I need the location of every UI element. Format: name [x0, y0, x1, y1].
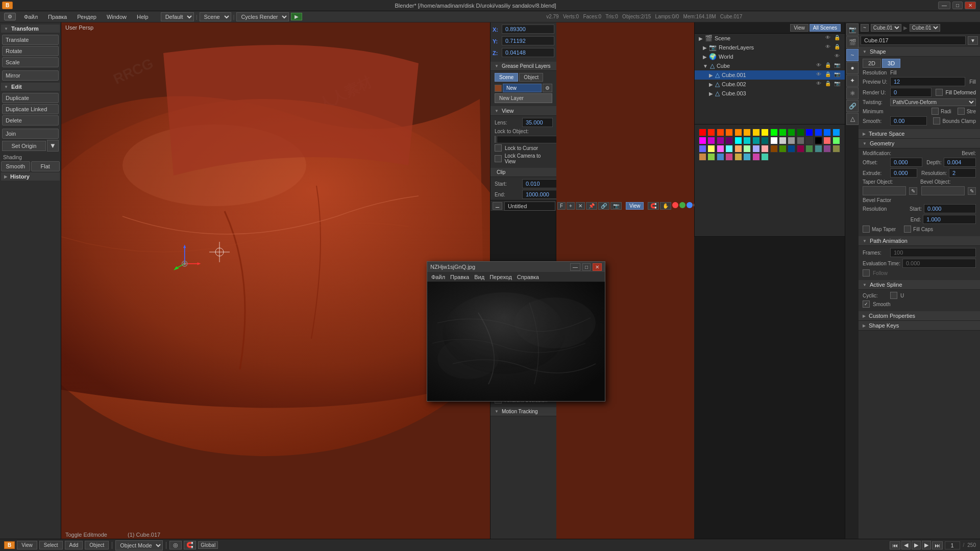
render-u-input[interactable]: [890, 88, 932, 97]
color-cell[interactable]: [717, 129, 724, 136]
color-cell[interactable]: [707, 137, 715, 144]
grease-pencil-section[interactable]: ▼ Grease Pencil Layers: [491, 62, 556, 71]
color-cell[interactable]: [805, 137, 813, 144]
custom-properties-section[interactable]: ▶ Custom Properties: [859, 311, 980, 321]
outliner-world-item[interactable]: ▶ 🌍 World 👁: [695, 52, 845, 61]
blender-logo[interactable]: B: [2, 2, 13, 9]
smooth-button[interactable]: Smooth: [1, 161, 30, 171]
gp-settings[interactable]: ⚙: [543, 84, 552, 92]
depth-input[interactable]: [944, 158, 976, 167]
scene-props-tab[interactable]: 🎬: [846, 36, 859, 48]
lock-obj-input[interactable]: [497, 136, 556, 143]
blender-icon[interactable]: ⚙: [4, 13, 16, 20]
menu-help[interactable]: Help: [135, 13, 151, 21]
color-dot-blue[interactable]: [687, 202, 693, 208]
geo-resolution-input[interactable]: [949, 168, 976, 178]
color-cell[interactable]: [743, 153, 751, 161]
color-cell[interactable]: [832, 129, 840, 136]
delete-button[interactable]: Delete: [2, 115, 59, 126]
data-props-tab[interactable]: ~: [846, 49, 859, 61]
color-cell[interactable]: [823, 145, 831, 153]
twisting-select[interactable]: Path/Curve-Deform: [890, 98, 976, 106]
render-button[interactable]: ▶: [291, 13, 302, 20]
obj-name-select[interactable]: Cube.01: [871, 24, 901, 32]
float-nav[interactable]: Переход: [489, 274, 512, 280]
smooth-spline-checkbox[interactable]: [863, 300, 870, 308]
outliner-cube001-item[interactable]: ▶ △ Cube.001 👁 🔒 📷: [695, 70, 845, 80]
transform-section[interactable]: ▼ Transform: [1, 24, 60, 33]
y-coord-input[interactable]: [502, 36, 554, 45]
color-cell[interactable]: [779, 145, 787, 153]
color-cell[interactable]: [743, 137, 751, 144]
color-dot-red[interactable]: [672, 202, 678, 208]
set-origin-arrow[interactable]: ▼: [47, 140, 59, 152]
lock-icon-cube[interactable]: 🔒: [824, 62, 831, 69]
color-cell[interactable]: [734, 129, 742, 136]
node-btn-1[interactable]: F: [557, 202, 566, 210]
eye-icon-scene[interactable]: 👁: [824, 35, 831, 42]
node-cam[interactable]: 📷: [610, 202, 622, 210]
bounds-clamp-checkbox[interactable]: [933, 117, 940, 124]
color-cell[interactable]: [815, 137, 822, 144]
play-btn[interactable]: ▶: [912, 541, 921, 549]
lock-icon-cube001[interactable]: 🔒: [824, 71, 831, 79]
new-layer-button[interactable]: New Layer: [495, 93, 552, 103]
screen-select[interactable]: Default: [161, 12, 194, 21]
pivot-btn[interactable]: ◎: [169, 541, 182, 549]
view-btn[interactable]: View: [626, 202, 644, 210]
eye-icon-cube001[interactable]: 👁: [815, 71, 822, 79]
minimize-button[interactable]: —: [938, 2, 950, 9]
color-cell[interactable]: [805, 129, 813, 136]
outliner-cube003-item[interactable]: ▶ △ Cube.003: [695, 89, 845, 98]
material-props-tab[interactable]: ●: [846, 62, 859, 74]
color-cell[interactable]: [805, 145, 813, 153]
color-dot-green[interactable]: [679, 202, 685, 208]
color-cell[interactable]: [734, 137, 742, 144]
color-cell[interactable]: [752, 153, 760, 161]
color-cell[interactable]: [707, 145, 715, 153]
view-button[interactable]: View: [17, 541, 37, 549]
data-name-select[interactable]: Cube.01: [910, 24, 940, 32]
color-cell[interactable]: [823, 129, 831, 136]
jump-start-btn[interactable]: ⏮: [890, 541, 900, 549]
set-origin-button[interactable]: Set Origin: [2, 141, 46, 151]
snap-btn[interactable]: 🧲: [184, 541, 196, 549]
color-cell[interactable]: [788, 145, 795, 153]
outliner-cube002-item[interactable]: ▶ △ Cube.002 👁 🔒 📷: [695, 80, 845, 89]
color-cell[interactable]: [788, 129, 795, 136]
color-cell[interactable]: [699, 137, 706, 144]
color-cell[interactable]: [815, 129, 822, 136]
jump-end-btn[interactable]: ⏭: [932, 541, 943, 549]
scale-button[interactable]: Scale: [2, 57, 59, 67]
bevel-obj-edit[interactable]: ✎: [968, 187, 976, 195]
color-cell[interactable]: [770, 137, 778, 144]
layer-color[interactable]: [495, 85, 502, 92]
next-frame-btn[interactable]: ▶: [922, 541, 931, 549]
float-title-bar[interactable]: NZHjw1sjGnQ.jpg — □ ✕: [427, 262, 605, 272]
node-type-icon[interactable]: ⚊: [493, 202, 502, 210]
eye-icon-cube[interactable]: 👁: [815, 62, 822, 69]
menu-window[interactable]: Window: [105, 13, 129, 21]
color-cell[interactable]: [717, 145, 724, 153]
orientation-select[interactable]: Global: [198, 541, 218, 549]
color-cell[interactable]: [761, 145, 769, 153]
color-cell[interactable]: [717, 137, 724, 144]
color-cell[interactable]: [699, 153, 706, 161]
color-cell[interactable]: [725, 153, 733, 161]
color-cell[interactable]: [761, 129, 769, 136]
color-cell[interactable]: [752, 129, 760, 136]
new-gp-button[interactable]: New: [503, 84, 542, 92]
map-taper-checkbox[interactable]: [863, 226, 870, 233]
texture-space-section[interactable]: ▶ Texture Space: [859, 129, 980, 139]
color-cell[interactable]: [797, 137, 804, 144]
color-cell[interactable]: [823, 137, 831, 144]
lock-cursor-checkbox[interactable]: [495, 144, 502, 152]
z-coord-input[interactable]: [502, 48, 554, 57]
float-close[interactable]: ✕: [593, 263, 602, 271]
node-btn-2[interactable]: +: [567, 202, 575, 210]
flat-button[interactable]: Flat: [31, 161, 60, 171]
color-cell[interactable]: [752, 145, 760, 153]
clip-section-header[interactable]: Clip: [491, 168, 556, 177]
shape-keys-section[interactable]: ▶ Shape Keys: [859, 321, 980, 331]
color-cell[interactable]: [761, 153, 769, 161]
